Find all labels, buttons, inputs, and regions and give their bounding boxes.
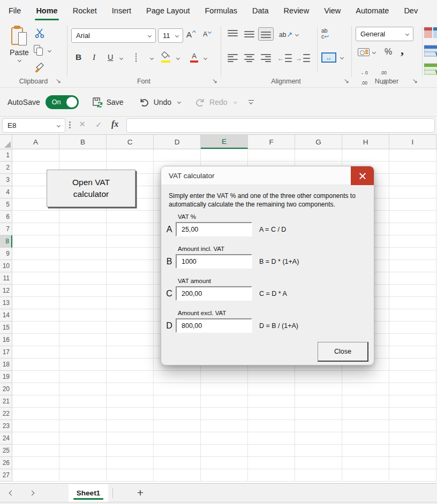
font-name-combo[interactable]: Arial xyxy=(71,28,156,43)
cell-B19[interactable] xyxy=(59,371,107,383)
cell-B22[interactable] xyxy=(59,408,107,420)
row-header-10[interactable]: 10 xyxy=(0,260,12,272)
cell-C13[interactable] xyxy=(107,297,154,309)
cell-F19[interactable] xyxy=(248,371,295,383)
menu-tab-insert[interactable]: Insert xyxy=(112,0,131,21)
decrease-indent-button[interactable]: ← xyxy=(277,54,292,62)
cell-H22[interactable] xyxy=(342,408,389,420)
cell-E1[interactable] xyxy=(201,149,248,162)
redo-button[interactable]: Redo xyxy=(194,97,236,107)
cell-B7[interactable] xyxy=(59,223,107,235)
cell-A24[interactable] xyxy=(12,432,59,445)
insert-function-button[interactable]: fx xyxy=(111,119,118,129)
row-header-3[interactable]: 3 xyxy=(0,174,12,186)
cell-I27[interactable] xyxy=(389,469,436,482)
cell-G25[interactable] xyxy=(295,445,342,457)
cell-C14[interactable] xyxy=(107,309,154,322)
cell-D21[interactable] xyxy=(154,395,201,408)
row-header-26[interactable]: 26 xyxy=(0,457,12,469)
undo-chevron-icon[interactable] xyxy=(177,100,181,104)
cell-A10[interactable] xyxy=(12,260,59,272)
cell-D20[interactable] xyxy=(154,383,201,395)
prev-sheet-icon[interactable] xyxy=(9,491,14,496)
menu-tab-automate[interactable]: Automate xyxy=(356,0,389,21)
field-a-input[interactable] xyxy=(176,222,252,236)
cell-I22[interactable] xyxy=(389,408,436,420)
cell-B23[interactable] xyxy=(59,420,107,432)
merge-chevron-icon[interactable] xyxy=(340,56,344,59)
column-header-G[interactable]: G xyxy=(295,135,342,149)
cell-G19[interactable] xyxy=(295,371,342,383)
cell-I9[interactable] xyxy=(389,248,436,260)
borders-chevron-icon[interactable] xyxy=(150,56,154,60)
cell-I7[interactable] xyxy=(389,223,436,235)
cell-F23[interactable] xyxy=(248,420,295,432)
cell-I11[interactable] xyxy=(389,272,436,285)
increase-font-button[interactable]: A xyxy=(186,30,195,39)
cut-button[interactable] xyxy=(34,28,45,39)
cell-G20[interactable] xyxy=(295,383,342,395)
row-header-16[interactable]: 16 xyxy=(0,334,12,346)
cell-B14[interactable] xyxy=(59,309,107,322)
copy-button[interactable] xyxy=(34,45,51,56)
cell-A26[interactable] xyxy=(12,457,59,469)
cell-B24[interactable] xyxy=(59,432,107,445)
cell-B18[interactable] xyxy=(59,358,107,371)
cell-E27[interactable] xyxy=(201,469,248,482)
cell-A11[interactable] xyxy=(12,272,59,285)
cell-E25[interactable] xyxy=(201,445,248,457)
dialog-close-button[interactable] xyxy=(351,166,374,185)
menu-tab-file[interactable]: File xyxy=(9,0,21,21)
cell-B1[interactable] xyxy=(59,149,107,162)
row-header-13[interactable]: 13 xyxy=(0,297,12,309)
cell-I19[interactable] xyxy=(389,371,436,383)
menu-tab-data[interactable]: Data xyxy=(252,0,269,21)
cell-D19[interactable] xyxy=(154,371,201,383)
chevron-down-icon[interactable] xyxy=(17,58,21,62)
cell-A16[interactable] xyxy=(12,334,59,346)
row-header-14[interactable]: 14 xyxy=(0,309,12,322)
cell-C1[interactable] xyxy=(107,149,154,162)
font-color-chevron-icon[interactable] xyxy=(204,56,207,60)
cell-C10[interactable] xyxy=(107,260,154,272)
menu-tab-review[interactable]: Review xyxy=(284,0,310,21)
autosave-toggle[interactable]: On xyxy=(46,95,79,109)
drag-handle-icon[interactable] xyxy=(69,121,71,128)
cancel-icon[interactable]: × xyxy=(79,118,85,130)
cell-A6[interactable] xyxy=(12,211,59,223)
cell-C16[interactable] xyxy=(107,334,154,346)
column-header-F[interactable]: F xyxy=(248,135,295,149)
borders-button[interactable] xyxy=(135,54,137,62)
cell-A14[interactable] xyxy=(12,309,59,322)
redo-chevron-icon[interactable] xyxy=(233,100,237,104)
cell-A18[interactable] xyxy=(12,358,59,371)
column-header-B[interactable]: B xyxy=(59,135,107,149)
cell-B13[interactable] xyxy=(59,297,107,309)
row-header-27[interactable]: 27 xyxy=(0,469,12,482)
row-header-8[interactable]: 8 xyxy=(0,235,12,248)
cell-H20[interactable] xyxy=(342,383,389,395)
cell-G1[interactable] xyxy=(295,149,342,162)
cell-E20[interactable] xyxy=(201,383,248,395)
cell-B12[interactable] xyxy=(59,285,107,297)
cell-C6[interactable] xyxy=(107,211,154,223)
cell-H25[interactable] xyxy=(342,445,389,457)
name-box-chevron-icon[interactable] xyxy=(57,124,61,127)
save-button[interactable]: Save xyxy=(92,96,124,108)
cell-C24[interactable] xyxy=(107,432,154,445)
cell-F24[interactable] xyxy=(248,432,295,445)
cell-A15[interactable] xyxy=(12,322,59,334)
column-header-I[interactable]: I xyxy=(389,135,436,149)
chevron-down-icon[interactable] xyxy=(175,34,179,37)
cell-G26[interactable] xyxy=(295,457,342,469)
cell-D26[interactable] xyxy=(154,457,201,469)
cell-H21[interactable] xyxy=(342,395,389,408)
cell-I6[interactable] xyxy=(389,211,436,223)
column-header-E[interactable]: E xyxy=(201,135,248,149)
cell-E22[interactable] xyxy=(201,408,248,420)
cell-C17[interactable] xyxy=(107,346,154,358)
cell-H23[interactable] xyxy=(342,420,389,432)
align-top-button[interactable] xyxy=(228,30,238,38)
cell-F20[interactable] xyxy=(248,383,295,395)
row-header-25[interactable]: 25 xyxy=(0,445,12,457)
